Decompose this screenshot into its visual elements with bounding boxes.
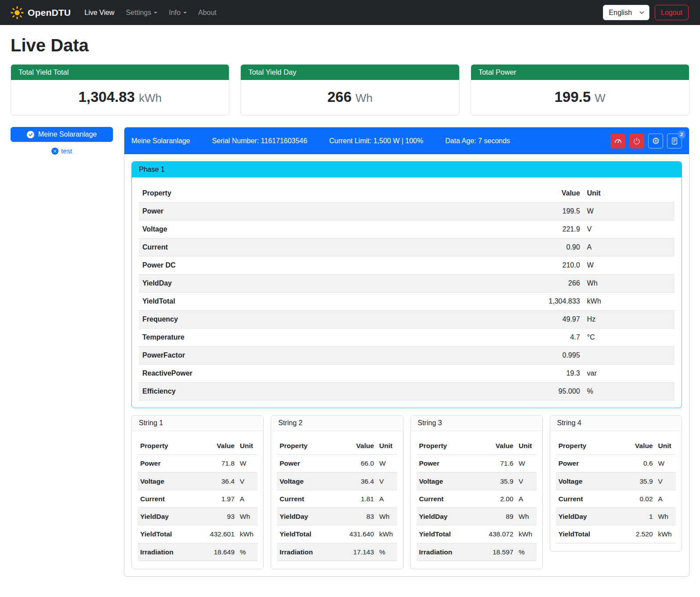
property-cell: Power [138,455,194,472]
inverter-card: Meine Solaranlage Serial Number: 1161716… [124,127,689,577]
chevron-down-icon [183,12,187,14]
table-row: ReactivePower 19.3 var [139,365,675,383]
table-row: Current 0.90 A [139,239,675,257]
nav-about[interactable]: About [193,5,221,20]
unit-cell: V [377,472,397,490]
summary-card-title: Total Yield Day [241,65,459,80]
total-yield-total-card: Total Yield Total 1,304.83kWh [11,64,229,116]
table-row: Voltage 36.4 V [138,472,258,490]
unit-cell: Wh [377,508,397,525]
unit-cell: V [584,221,675,239]
brand-link[interactable]: OpenDTU [11,6,71,19]
string-table: Property Value Unit Power [556,437,676,543]
property-cell: Power [139,203,525,221]
unit-cell: A [516,490,536,507]
property-cell: YieldTotal [417,525,473,543]
property-cell: Voltage [417,472,473,490]
property-cell: Current [138,490,194,507]
summary-card-value: 199.5 [555,89,591,105]
table-row: Voltage 35.9 V [417,472,537,490]
unit-cell: kWh [237,525,258,543]
value-cell: 1.81 [334,490,377,507]
inverter-name: Meine Solaranlage [131,137,190,145]
table-row: Current 0.02 A [556,490,676,507]
column-header-property: Property [138,437,194,455]
table-row: YieldTotal 432.601 kWh [138,525,258,543]
property-cell: YieldDay [556,508,612,525]
inverter-test-link[interactable]: test [11,147,113,155]
table-row: Current 1.81 A [277,490,397,507]
page-title: Live Data [11,36,689,55]
table-row: Power DC 210.0 W [139,257,675,275]
unit-cell: Wh [516,508,536,525]
table-row: YieldDay 83 Wh [277,508,397,525]
unit-cell: Wh [656,508,676,525]
value-cell: 93 [194,508,237,525]
unit-cell: V [516,472,536,490]
table-header-row: Property Value Unit [139,185,675,203]
table-row: YieldDay 266 Wh [139,275,675,293]
table-row: Irradiation 18.649 % [138,543,258,561]
nav-info-dropdown[interactable]: Info [164,5,192,20]
table-row: Irradiation 18.597 % [417,543,537,561]
table-row: YieldDay 93 Wh [138,508,258,525]
string-card-title: String 1 [132,416,263,431]
column-header-value: Value [612,437,655,455]
property-cell: ReactivePower [139,365,525,383]
event-log-button[interactable]: 2 [667,134,682,148]
column-header-value: Value [525,185,584,203]
value-cell: 432.601 [194,525,237,543]
unit-cell: W [377,455,397,472]
inverter-select-button[interactable]: Meine Solaranlage [11,127,113,142]
value-cell: 66.0 [334,455,377,472]
property-cell: Current [556,490,612,507]
unit-cell: W [516,455,536,472]
unit-cell: A [377,490,397,507]
value-cell: 0.90 [525,239,584,257]
table-row: Current 1.97 A [138,490,258,507]
string-card-title: String 3 [411,416,542,431]
column-header-unit: Unit [516,437,536,455]
property-cell: Current [417,490,473,507]
property-cell: Current [139,239,525,257]
column-header-value: Value [473,437,516,455]
power-icon [633,137,641,145]
column-header-unit: Unit [377,437,397,455]
nav-live-view[interactable]: Live View [80,5,119,20]
limit-settings-button[interactable] [610,134,625,148]
value-cell: 36.4 [194,472,237,490]
journal-icon [671,137,678,145]
sun-logo-icon [11,6,24,19]
value-cell: 89 [473,508,516,525]
value-cell: 35.9 [612,472,655,490]
nav-settings-label: Settings [126,9,151,17]
value-cell: 35.9 [473,472,516,490]
table-row: Temperature 4.7 °C [139,329,675,347]
summary-card-title: Total Yield Total [11,65,229,80]
device-info-button[interactable] [648,134,663,148]
total-yield-day-card: Total Yield Day 266Wh [240,64,459,116]
value-cell: 266 [525,275,584,293]
value-cell: 17.143 [334,543,377,561]
unit-cell: W [237,455,258,472]
value-cell: 83 [334,508,377,525]
table-row: Voltage 35.9 V [556,472,676,490]
logout-button[interactable]: Logout [655,5,689,20]
property-cell: YieldTotal [139,293,525,311]
inverter-serial: Serial Number: 116171603546 [212,137,307,145]
property-cell: Current [277,490,333,507]
value-cell: 49.97 [525,311,584,329]
column-header-value: Value [334,437,377,455]
language-select[interactable]: English [603,5,649,20]
unit-cell: Hz [584,311,675,329]
value-cell: 71.8 [194,455,237,472]
phase-table: Property Value Unit Power [139,185,675,401]
value-cell: 0.02 [612,490,655,507]
value-cell: 221.9 [525,221,584,239]
column-header-unit: Unit [237,437,258,455]
power-button[interactable] [629,134,644,148]
property-cell: YieldDay [138,508,194,525]
nav-settings-dropdown[interactable]: Settings [121,5,162,20]
check-circle-icon [27,131,34,138]
table-row: PowerFactor 0.995 [139,347,675,365]
